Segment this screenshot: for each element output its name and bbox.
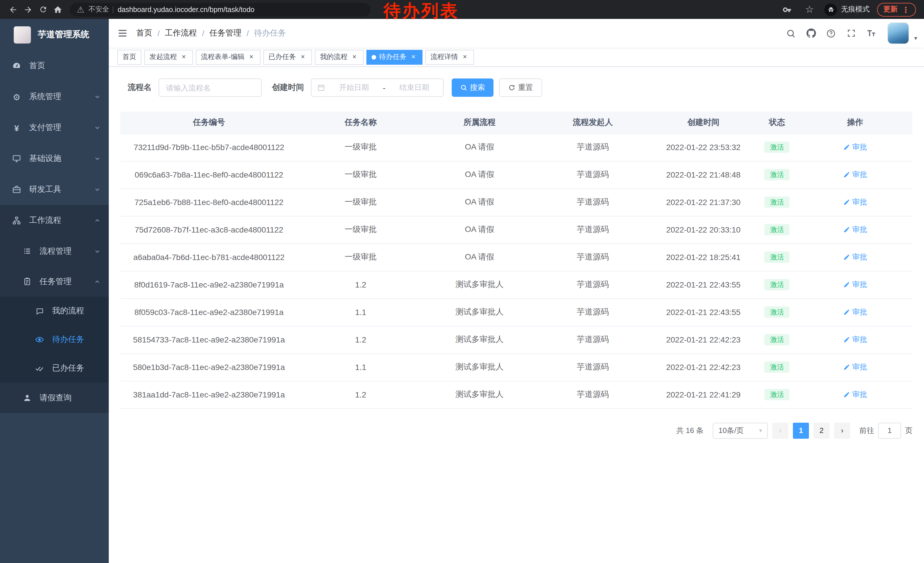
breadcrumb-workflow[interactable]: 工作流程 xyxy=(165,28,197,38)
github-icon[interactable] xyxy=(804,26,819,41)
table-row: 75d72608-7b7f-11ec-a3c8-acde48001122 一级审… xyxy=(120,216,912,243)
sidebar-item-home[interactable]: 首页 xyxy=(0,50,109,81)
tag-home[interactable]: 首页 xyxy=(117,50,141,65)
tag-done-tasks[interactable]: 已办任务× xyxy=(263,50,312,65)
chevron-down-icon xyxy=(94,248,101,255)
hamburger-icon[interactable] xyxy=(109,28,136,38)
approve-link[interactable]: 审批 xyxy=(843,170,867,180)
sidebar-item-system[interactable]: ⚙ 系统管理 xyxy=(0,81,109,112)
tag-process-detail[interactable]: 流程详情× xyxy=(425,50,474,65)
sidebar-item-workflow[interactable]: 工作流程 xyxy=(0,205,109,236)
cell-status: 激活 xyxy=(756,216,798,243)
tag-my-process[interactable]: 我的流程× xyxy=(315,50,363,65)
close-icon[interactable]: × xyxy=(299,53,307,61)
sidebar-item-process-mgmt[interactable]: 流程管理 xyxy=(0,236,109,266)
refresh-icon[interactable] xyxy=(36,2,50,18)
cell-actions: 审批 xyxy=(798,134,912,161)
chevron-down-icon xyxy=(94,155,101,162)
sidebar-item-my-process[interactable]: 我的流程 xyxy=(0,297,109,325)
approve-link[interactable]: 审批 xyxy=(843,252,867,262)
cell-task-id: 8f059c03-7ac8-11ec-a9e2-a2380e71991a xyxy=(120,299,298,326)
approve-link[interactable]: 审批 xyxy=(843,362,867,372)
breadcrumb-task-mgmt[interactable]: 任务管理 xyxy=(210,28,242,38)
fullscreen-icon[interactable] xyxy=(844,26,859,41)
address-bar[interactable]: ⚠ 不安全 dashboard.yudao.iocoder.cn/bpm/tas… xyxy=(70,3,370,17)
sidebar-item-task-mgmt[interactable]: 任务管理 xyxy=(0,266,109,297)
incognito-badge[interactable]: 无痕模式 xyxy=(824,3,870,16)
star-icon[interactable]: ☆ xyxy=(802,2,817,18)
cell-task-name: 一级审批 xyxy=(298,188,424,216)
table-row: 725a1eb6-7b88-11ec-8ef0-acde48001122 一级审… xyxy=(120,188,912,216)
cell-process: OA 请假 xyxy=(424,243,535,271)
approve-link[interactable]: 审批 xyxy=(843,279,867,290)
cell-status: 激活 xyxy=(756,243,798,271)
process-name-input[interactable] xyxy=(159,78,262,97)
goto-page-input[interactable] xyxy=(878,422,901,438)
double-check-icon xyxy=(34,364,45,373)
date-range-picker[interactable]: 开始日期 - 结束日期 xyxy=(311,78,444,97)
col-task-name: 任务名称 xyxy=(298,112,424,134)
url-text: dashboard.yudao.iocoder.cn/bpm/task/todo xyxy=(118,6,255,14)
breadcrumb-home[interactable]: 首页 xyxy=(136,28,152,38)
next-page-button[interactable]: › xyxy=(834,422,850,438)
browser-menu-icon[interactable]: ⋮ xyxy=(902,5,910,14)
approve-link[interactable]: 审批 xyxy=(843,225,867,235)
sidebar-item-done-tasks[interactable]: 已办任务 xyxy=(0,354,109,383)
approve-link[interactable]: 审批 xyxy=(843,142,867,152)
sidebar-item-devtools[interactable]: 研发工具 xyxy=(0,174,109,205)
cell-created: 2022-01-21 22:42:23 xyxy=(650,353,756,381)
close-icon[interactable]: × xyxy=(410,53,417,61)
help-icon[interactable] xyxy=(824,26,839,41)
forward-icon[interactable] xyxy=(21,2,36,18)
sidebar-item-todo-tasks[interactable]: 待办任务 xyxy=(0,325,109,354)
close-icon[interactable]: × xyxy=(248,53,255,61)
search-icon[interactable] xyxy=(784,26,799,41)
refresh-icon xyxy=(508,84,515,91)
cell-initiator: 芋道源码 xyxy=(535,134,650,161)
close-icon[interactable]: × xyxy=(180,53,188,61)
cell-process: OA 请假 xyxy=(424,188,535,216)
cell-initiator: 芋道源码 xyxy=(535,299,650,326)
sidebar-item-payment[interactable]: ¥ 支付管理 xyxy=(0,112,109,143)
search-button[interactable]: 搜索 xyxy=(452,78,494,97)
back-icon[interactable] xyxy=(6,2,21,18)
range-separator: - xyxy=(383,83,386,92)
close-icon[interactable]: × xyxy=(461,53,469,61)
font-size-icon[interactable] xyxy=(864,26,879,41)
page-button-1[interactable]: 1 xyxy=(793,422,809,438)
page-size-select[interactable]: 10条/页 ▾ xyxy=(713,422,768,438)
approve-link[interactable]: 审批 xyxy=(843,389,867,400)
avatar-caret-icon[interactable]: ▾ xyxy=(914,35,917,41)
prev-page-button[interactable]: ‹ xyxy=(772,422,788,438)
tag-start-process[interactable]: 发起流程× xyxy=(144,50,193,65)
page-button-2[interactable]: 2 xyxy=(813,422,830,438)
breadcrumb-separator: / xyxy=(247,29,249,38)
cell-status: 激活 xyxy=(756,299,798,326)
update-button[interactable]: 更新 ⋮ xyxy=(877,3,916,17)
tag-todo-tasks[interactable]: 待办任务× xyxy=(366,50,423,65)
approve-link[interactable]: 审批 xyxy=(843,335,867,345)
cell-created: 2022-01-21 22:43:55 xyxy=(650,299,756,326)
monitor-icon xyxy=(12,154,22,163)
filter-form: 流程名 创建时间 开始日期 - 结束日期 搜索 重 xyxy=(120,78,912,97)
approve-link[interactable]: 审批 xyxy=(843,307,867,317)
approve-link[interactable]: 审批 xyxy=(843,197,867,207)
sidebar-item-infrastructure[interactable]: 基础设施 xyxy=(0,143,109,174)
user-avatar[interactable] xyxy=(887,23,909,44)
cell-status: 激活 xyxy=(756,353,798,381)
cell-task-name: 一级审批 xyxy=(298,134,424,161)
tag-process-form-edit[interactable]: 流程表单-编辑× xyxy=(196,50,261,65)
col-status: 状态 xyxy=(756,112,798,134)
home-icon[interactable] xyxy=(50,2,65,18)
app-logo[interactable]: 芋道管理系统 xyxy=(0,19,109,50)
key-icon[interactable] xyxy=(780,2,795,18)
close-icon[interactable]: × xyxy=(350,53,358,61)
col-actions: 操作 xyxy=(798,112,912,134)
cell-task-name: 1.1 xyxy=(298,353,424,381)
sidebar-item-leave-query[interactable]: 请假查询 xyxy=(0,383,109,413)
table-row: 73211d9d-7b9b-11ec-b5b7-acde48001122 一级审… xyxy=(120,134,912,161)
cell-task-id: 725a1eb6-7b88-11ec-8ef0-acde48001122 xyxy=(120,188,298,216)
reset-button[interactable]: 重置 xyxy=(499,78,542,97)
search-icon xyxy=(460,84,467,91)
sidebar: 芋道管理系统 首页 ⚙ 系统管理 ¥ 支付管理 基础设施 xyxy=(0,19,109,563)
